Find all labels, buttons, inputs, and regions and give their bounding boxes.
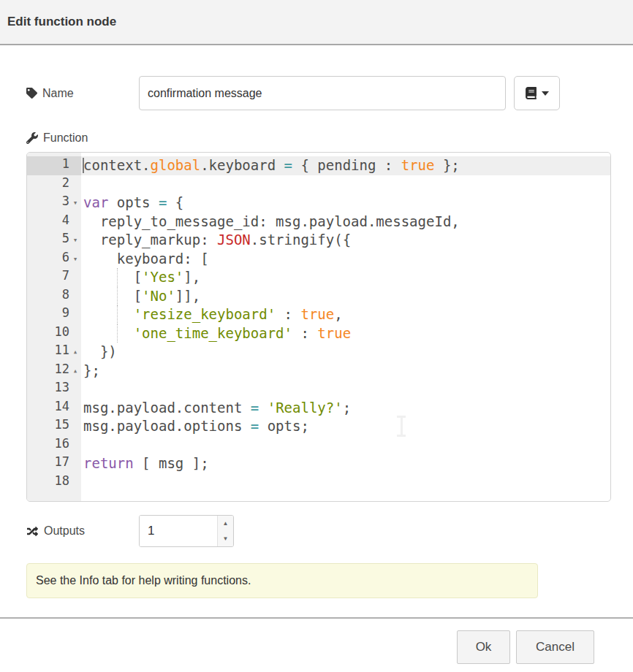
gutter-line-10[interactable]: 10 xyxy=(27,324,81,343)
gutter-line-5[interactable]: 5▾ xyxy=(27,231,81,250)
code-line-10[interactable]: 'one_time_keyboard' : true xyxy=(81,324,610,343)
code-line-2[interactable] xyxy=(81,175,610,194)
spinner-buttons: ▲ ▼ xyxy=(217,516,233,546)
fold-open-icon[interactable]: ▾ xyxy=(69,231,81,250)
fold-spacer xyxy=(69,473,81,492)
code-line-16[interactable] xyxy=(81,436,610,455)
dialog-body: Name Function 123▾45▾6▾7891011▴12▴131415… xyxy=(0,76,633,664)
gutter-line-15[interactable]: 15 xyxy=(27,417,81,436)
code-line-8[interactable]: ['No']], xyxy=(81,287,610,306)
function-label: Function xyxy=(26,130,611,145)
fold-spacer xyxy=(69,436,81,455)
name-label: Name xyxy=(26,87,139,100)
indent-guide xyxy=(117,287,118,306)
fold-spacer xyxy=(69,399,81,418)
gutter-line-11[interactable]: 11▴ xyxy=(27,343,81,362)
spinner-up-icon[interactable]: ▲ xyxy=(218,516,233,531)
gutter-line-12[interactable]: 12▴ xyxy=(27,362,81,381)
outputs-input[interactable] xyxy=(140,516,217,546)
dialog-title: Edit function node xyxy=(7,15,116,29)
gutter-line-6[interactable]: 6▾ xyxy=(27,250,81,269)
code-line-4[interactable]: reply_to_message_id: msg.payload.message… xyxy=(81,213,610,232)
fold-spacer xyxy=(69,175,81,194)
outputs-label: Outputs xyxy=(26,524,139,538)
book-icon xyxy=(526,87,537,99)
fold-close-icon[interactable]: ▴ xyxy=(69,362,81,381)
gutter-line-3[interactable]: 3▾ xyxy=(27,194,81,213)
function-label-text: Function xyxy=(43,131,88,145)
code-line-3[interactable]: var opts = { xyxy=(81,194,610,213)
gutter-line-1[interactable]: 1 xyxy=(27,156,81,175)
info-tip-text: See the Info tab for help writing functi… xyxy=(36,574,251,587)
library-button[interactable] xyxy=(514,76,560,110)
name-row: Name xyxy=(26,76,611,110)
indent-guide xyxy=(117,305,118,324)
fold-spacer xyxy=(69,417,81,436)
code-line-5[interactable]: reply_markup: JSON.stringify({ xyxy=(81,231,610,250)
fold-open-icon[interactable]: ▾ xyxy=(69,194,81,213)
indent-guide xyxy=(117,268,118,287)
code-line-7[interactable]: ['Yes'], xyxy=(81,268,610,287)
cancel-button[interactable]: Cancel xyxy=(516,630,594,664)
editor-gutter: 123▾45▾6▾7891011▴12▴131415161718 xyxy=(27,153,81,501)
gutter-line-18[interactable]: 18 xyxy=(27,473,81,492)
code-line-13[interactable] xyxy=(81,380,610,399)
fold-close-icon[interactable]: ▴ xyxy=(69,343,81,362)
wrench-icon xyxy=(26,132,38,144)
name-label-text: Name xyxy=(42,87,74,100)
fold-spacer xyxy=(69,305,81,324)
code-line-1[interactable]: context.global.keyboard = { pending : tr… xyxy=(81,156,610,175)
code-line-17[interactable]: return [ msg ]; xyxy=(81,454,610,473)
fold-spacer xyxy=(69,213,81,232)
ok-button[interactable]: Ok xyxy=(457,630,510,664)
gutter-line-2[interactable]: 2 xyxy=(27,175,81,194)
code-editor[interactable]: 123▾45▾6▾7891011▴12▴131415161718 context… xyxy=(26,152,611,502)
outputs-spinner: ▲ ▼ xyxy=(139,515,234,547)
editor-code-area[interactable]: context.global.keyboard = { pending : tr… xyxy=(81,153,610,501)
shuffle-icon xyxy=(26,526,39,537)
gutter-line-13[interactable]: 13 xyxy=(27,380,81,399)
code-line-14[interactable]: msg.payload.content = 'Really?'; xyxy=(81,399,610,418)
gutter-line-8[interactable]: 8 xyxy=(27,287,81,306)
gutter-line-4[interactable]: 4 xyxy=(27,213,81,232)
footer: Ok Cancel xyxy=(26,619,611,664)
code-line-6[interactable]: keyboard: [ xyxy=(81,250,610,269)
outputs-label-text: Outputs xyxy=(44,524,85,538)
fold-spacer xyxy=(69,324,81,343)
outputs-row: Outputs ▲ ▼ xyxy=(26,515,611,547)
gutter-line-7[interactable]: 7 xyxy=(27,268,81,287)
info-tip: See the Info tab for help writing functi… xyxy=(26,563,538,598)
tag-icon xyxy=(26,88,37,99)
gutter-line-9[interactable]: 9 xyxy=(27,305,81,324)
fold-spacer xyxy=(69,268,81,287)
gutter-line-16[interactable]: 16 xyxy=(27,436,81,455)
fold-spacer xyxy=(69,380,81,399)
fold-spacer xyxy=(69,156,81,175)
code-line-18[interactable] xyxy=(81,473,610,492)
indent-guide xyxy=(117,324,118,343)
name-input[interactable] xyxy=(139,76,506,110)
code-line-11[interactable]: }) xyxy=(81,343,610,362)
gutter-line-14[interactable]: 14 xyxy=(27,399,81,418)
code-line-15[interactable]: msg.payload.options = opts; xyxy=(81,417,610,436)
chevron-down-icon xyxy=(542,91,549,96)
spinner-down-icon[interactable]: ▼ xyxy=(218,531,233,546)
gutter-line-17[interactable]: 17 xyxy=(27,454,81,473)
fold-spacer xyxy=(69,454,81,473)
code-line-9[interactable]: 'resize_keyboard' : true, xyxy=(81,305,610,324)
fold-open-icon[interactable]: ▾ xyxy=(69,250,81,269)
code-line-12[interactable]: }; xyxy=(81,362,610,381)
text-cursor xyxy=(83,158,84,173)
dialog-header: Edit function node xyxy=(0,0,633,45)
fold-spacer xyxy=(69,287,81,306)
